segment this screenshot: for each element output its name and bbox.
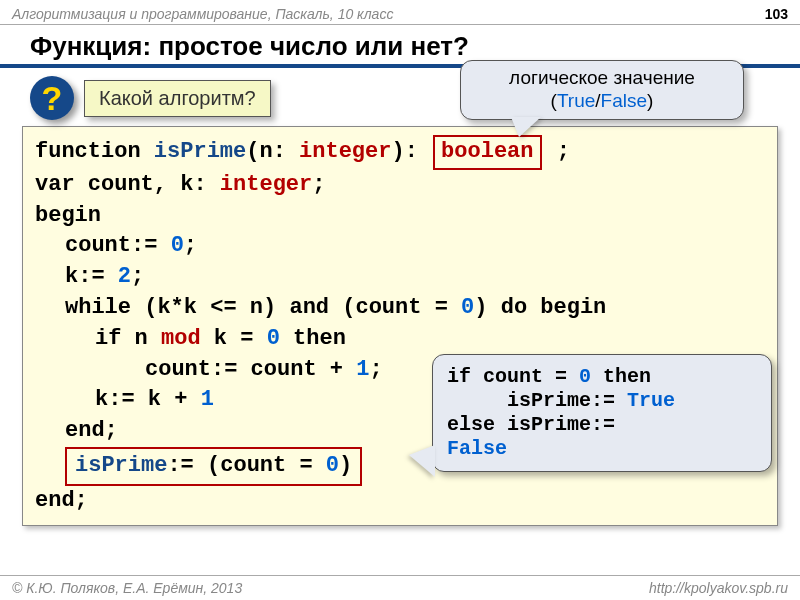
question-mark-icon: ?: [30, 76, 74, 120]
question-box: Какой алгоритм?: [84, 80, 271, 117]
code-line-6: while (k*k <= n) and (count = 0) do begi…: [35, 293, 765, 324]
footer-url: http://kpolyakov.spb.ru: [649, 580, 788, 596]
c2-line-1: if count = 0 then: [447, 365, 757, 389]
c2-line-4: False: [447, 437, 757, 461]
callout-expanded: if count = 0 then isPrime:= True else is…: [432, 354, 772, 472]
copyright: © К.Ю. Поляков, Е.А. Ерёмин, 2013: [12, 580, 242, 596]
code-line-5: k:= 2;: [35, 262, 765, 293]
code-line-12: end;: [35, 486, 765, 517]
result-box: isPrime:= (count = 0): [65, 447, 362, 486]
c2-line-3: else isPrime:=: [447, 413, 757, 437]
slide-footer: © К.Ю. Поляков, Е.А. Ерёмин, 2013 http:/…: [0, 575, 800, 600]
code-line-2: var count, k: integer;: [35, 170, 765, 201]
slide-header: Алгоритмизация и программирование, Паска…: [0, 0, 800, 25]
code-line-7: if n mod k = 0 then: [35, 324, 765, 355]
callout-line1: логическое значение: [477, 67, 727, 90]
paren-close: ): [647, 90, 653, 111]
false-literal: False: [601, 90, 647, 111]
c2-line-2: isPrime:= True: [447, 389, 757, 413]
callout-boolean: логическое значение (True/False): [460, 60, 744, 120]
course-name: Алгоритмизация и программирование, Паска…: [12, 6, 393, 22]
callout-tail-icon: [511, 117, 541, 137]
callout-tail-icon: [409, 445, 435, 477]
code-line-4: count:= 0;: [35, 231, 765, 262]
page-number: 103: [765, 6, 788, 22]
code-line-3: begin: [35, 201, 765, 232]
code-line-1: function isPrime(n: integer): boolean ;: [35, 135, 765, 170]
boolean-box: boolean: [433, 135, 541, 170]
true-literal: True: [557, 90, 595, 111]
callout-line2: (True/False): [477, 90, 727, 113]
